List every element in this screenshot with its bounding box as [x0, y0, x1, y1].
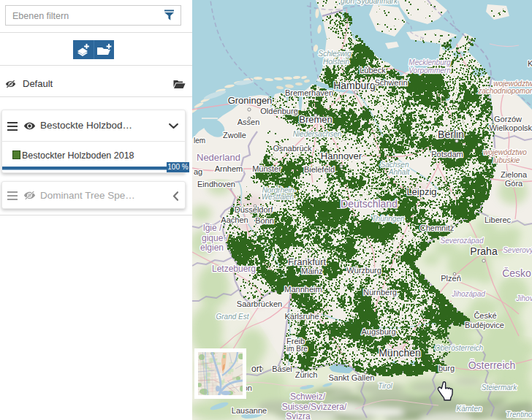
svg-text:lgie /: lgie / [203, 223, 222, 233]
svg-text:Leipzig: Leipzig [406, 186, 436, 197]
svg-text:Bielefeld: Bielefeld [304, 165, 335, 174]
svg-text:Chemnitz: Chemnitz [420, 224, 454, 232]
svg-text:Liberec: Liberec [484, 215, 512, 224]
svg-text:Basel: Basel [272, 364, 292, 373]
svg-text:Lübeck: Lübeck [360, 66, 386, 75]
svg-text:Lausanne: Lausanne [232, 406, 267, 415]
svg-text:Schleswig: Schleswig [318, 50, 351, 58]
svg-text:Kärnten: Kärnten [456, 405, 482, 413]
svg-text:Sankt Gallen: Sankt Gallen [329, 373, 375, 382]
svg-text:Kos: Kos [528, 59, 532, 68]
svg-text:Hamburg: Hamburg [333, 80, 376, 91]
svg-text:ag: ag [194, 167, 202, 176]
svg-text:Severozápad: Severozápad [441, 237, 484, 245]
svg-text:Frankfurt: Frankfurt [288, 256, 326, 267]
svg-text:České: České [474, 311, 496, 320]
svg-text:Karlsruhe: Karlsruhe [284, 312, 319, 321]
svg-text:Saarbrücken: Saarbrücken [237, 299, 282, 308]
svg-text:Aachen: Aachen [221, 215, 248, 224]
svg-text:Budějovice: Budějovice [465, 321, 504, 329]
svg-text:Groningen: Groningen [228, 95, 273, 106]
svg-text:Steiermark: Steiermark [482, 383, 517, 392]
svg-text:Münster: Münster [252, 164, 281, 173]
svg-text:Praha: Praha [470, 245, 498, 257]
svg-text:Hannover: Hannover [321, 150, 362, 161]
svg-text:lubuskie: lubuskie [493, 156, 520, 164]
svg-text:Grand Est: Grand Est [216, 313, 249, 321]
svg-text:Oberösterreich: Oberösterreich [435, 344, 484, 352]
svg-text:Augsburg: Augsburg [361, 327, 395, 336]
svg-text:Niedersachsen: Niedersachsen [293, 130, 342, 138]
svg-text:Zwolle: Zwolle [223, 131, 246, 140]
svg-text:im Bre: im Bre [286, 345, 308, 353]
svg-text:Mannheim: Mannheim [284, 285, 322, 294]
svg-text:Westfalen: Westfalen [262, 193, 294, 201]
svg-text:województwo: województwo [483, 148, 527, 156]
svg-text:Česko: Česko [502, 267, 531, 279]
svg-text:Würzburg: Würzburg [346, 266, 381, 275]
svg-text:elgien: elgien [200, 243, 224, 253]
svg-text:Nederland: Nederland [197, 152, 240, 163]
svg-text:Österreich: Österreich [468, 359, 516, 371]
svg-text:Trentino-: Trentino- [506, 411, 532, 419]
svg-text:zachodniopomorskie: zachodniopomorskie [477, 87, 532, 95]
svg-text:Letzebuerg: Letzebuerg [212, 264, 256, 274]
svg-text:Schwerin: Schwerin [374, 78, 407, 87]
svg-text:Zürich: Zürich [295, 370, 318, 379]
svg-text:Bremerhaven: Bremerhaven [285, 88, 333, 97]
svg-text:Nürnberg: Nürnberg [363, 288, 397, 297]
svg-text:Plzeň: Plzeň [441, 274, 461, 283]
svg-text:Osnabrück: Osnabrück [273, 144, 312, 153]
svg-text:Góra: Góra [505, 179, 523, 188]
svg-text:Gorzów: Gorzów [494, 115, 522, 123]
svg-text:München: München [379, 347, 421, 359]
svg-text:Wielkopolski: Wielkopolski [489, 123, 532, 132]
svg-text:Vorpommern: Vorpommern [408, 66, 451, 75]
svg-text:Berlin: Berlin [438, 129, 464, 140]
svg-text:Severový: Severový [503, 246, 532, 254]
svg-text:Zielona: Zielona [501, 170, 528, 179]
svg-text:Svizra: Svizra [286, 411, 311, 420]
svg-text:gique /: gique / [202, 233, 229, 243]
svg-text:burg: burg [438, 364, 455, 373]
svg-text:Mainz: Mainz [301, 267, 322, 275]
svg-text:Jihov: Jihov [515, 294, 532, 302]
svg-text:Schweiz/: Schweiz/ [290, 392, 326, 402]
svg-text:gion Syddanmark: gion Syddanmark [341, 0, 398, 5]
svg-text:Mecklenburg: Mecklenburg [408, 58, 451, 66]
svg-text:Potsdam: Potsdam [431, 150, 463, 159]
svg-text:Bonn: Bonn [255, 216, 274, 225]
svg-text:Holstein: Holstein [323, 58, 350, 66]
svg-text:Oldenburg: Oldenburg [260, 107, 297, 115]
svg-text:Jihozápad: Jihozápad [451, 290, 485, 298]
svg-text:Anhalt: Anhalt [388, 168, 411, 176]
svg-text:Thüringen: Thüringen [371, 215, 404, 223]
svg-text:lem: lem [194, 137, 205, 145]
svg-text:Tirol: Tirol [378, 382, 392, 390]
svg-text:Deutschland: Deutschland [341, 198, 398, 210]
svg-text:Suisse/Svizzera/: Suisse/Svizzera/ [282, 402, 347, 412]
svg-text:Arnhem: Arnhem [215, 164, 243, 173]
svg-text:Eindhoven: Eindhoven [197, 180, 235, 188]
